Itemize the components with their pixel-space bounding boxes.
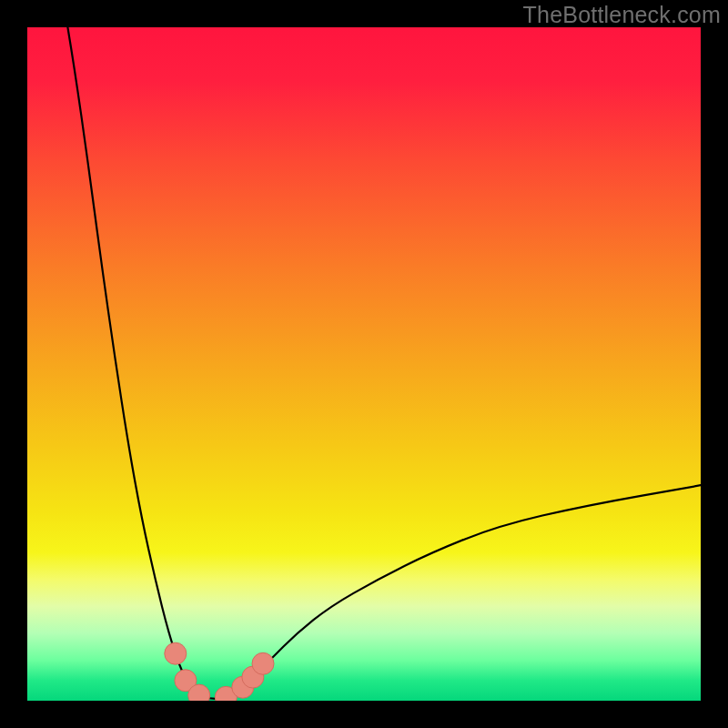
plot-area xyxy=(27,27,701,701)
curve-marker xyxy=(165,642,187,664)
chart-stage: TheBottleneck.com xyxy=(0,0,728,728)
curve-markers xyxy=(165,642,274,701)
curve-layer xyxy=(27,27,701,701)
curve-marker xyxy=(252,652,274,674)
watermark-text: TheBottleneck.com xyxy=(523,2,721,28)
bottleneck-curve xyxy=(67,27,701,699)
